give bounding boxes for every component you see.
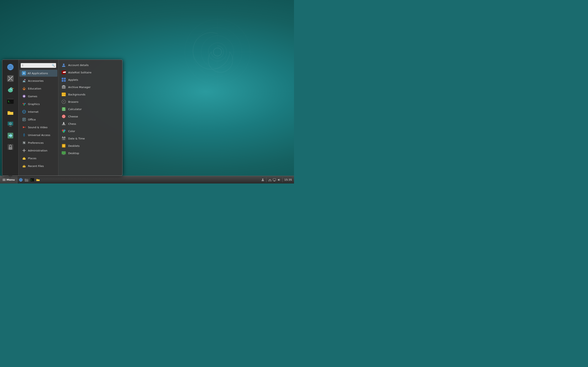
svg-rect-118	[62, 151, 66, 154]
desktop-icon	[61, 151, 66, 156]
category-games[interactable]: Games	[19, 92, 57, 100]
debian-swirl-decoration	[182, 16, 253, 88]
app-cheese-label: Cheese	[68, 115, 78, 118]
svg-rect-26	[9, 126, 12, 127]
sidebar-globe-icon[interactable]	[5, 62, 16, 72]
aisleriot-icon: ♠ ♥	[61, 70, 66, 75]
taskbar: Menu $_	[0, 176, 294, 184]
svg-point-90	[63, 101, 64, 102]
svg-rect-139	[274, 181, 275, 181]
volume-icon	[277, 178, 281, 182]
svg-text:$_: $_	[8, 100, 11, 103]
desklets-icon	[61, 143, 66, 148]
user-icon	[261, 178, 264, 182]
app-date-time[interactable]: 15 Date & Time	[58, 135, 122, 142]
app-cheese[interactable]: Cheese	[58, 113, 122, 120]
svg-point-38	[24, 79, 26, 80]
taskbar-clock: 15:35	[285, 178, 292, 181]
svg-point-132	[262, 179, 263, 180]
app-chess-label: Chess	[68, 122, 76, 125]
recent-files-icon	[22, 164, 26, 168]
sidebar-terminal-icon[interactable]: $_	[5, 96, 16, 107]
menu-button-icon	[2, 178, 6, 182]
color-icon	[61, 129, 66, 133]
category-preferences[interactable]: Preferences	[19, 139, 57, 146]
accessories-icon	[22, 78, 26, 83]
taskbar-globe-icon[interactable]	[18, 177, 24, 183]
svg-rect-140	[274, 181, 275, 181]
svg-rect-81	[63, 85, 65, 86]
taskbar-terminal-icon[interactable]: $_	[30, 177, 35, 183]
category-accessories[interactable]: Accessories	[19, 77, 57, 84]
svg-point-72	[63, 64, 65, 65]
svg-point-46	[23, 103, 24, 104]
chess-icon	[61, 121, 66, 126]
app-brasero[interactable]: Brasero	[58, 98, 122, 105]
app-archive-manager[interactable]: Archive Manager	[58, 83, 122, 91]
svg-rect-119	[63, 154, 65, 155]
app-desktop[interactable]: Desktop	[58, 150, 122, 157]
svg-rect-40	[23, 89, 25, 90]
sidebar-folder-icon[interactable]	[5, 108, 16, 118]
category-sound-video[interactable]: Sound & Video	[19, 124, 57, 131]
svg-line-61	[24, 136, 25, 136]
category-internet[interactable]: Internet	[19, 108, 57, 115]
category-all-applications[interactable]: All Applications	[19, 70, 57, 77]
category-office-label: Office	[28, 118, 36, 121]
svg-text:♥: ♥	[64, 71, 66, 74]
app-desktop-label: Desktop	[68, 152, 79, 155]
office-icon	[22, 117, 26, 122]
taskbar-quick-launch: $_	[17, 177, 42, 183]
category-universal-access-label: Universal Access	[28, 133, 50, 137]
svg-rect-110	[62, 137, 66, 138]
svg-rect-83	[63, 87, 64, 87]
svg-rect-95	[65, 109, 65, 110]
sidebar-bird-icon[interactable]	[5, 85, 16, 95]
search-input[interactable]	[21, 63, 56, 68]
app-account-details[interactable]: Account details	[58, 61, 122, 69]
app-calculator[interactable]: Calculator	[58, 105, 122, 113]
svg-point-33	[10, 148, 11, 149]
category-office[interactable]: Office	[19, 116, 57, 123]
taskbar-file-manager-icon[interactable]	[24, 177, 29, 183]
sidebar-tools-icon[interactable]	[5, 73, 16, 84]
category-universal-access[interactable]: Universal Access	[19, 131, 57, 139]
taskbar-folder-icon[interactable]	[35, 177, 41, 183]
preferences-icon	[22, 141, 26, 145]
app-desklets[interactable]: Desklets	[58, 142, 122, 150]
category-games-label: Games	[28, 95, 37, 98]
date-time-icon: 15	[61, 136, 66, 141]
tray-separator-2	[282, 177, 283, 182]
app-applets-label: Applets	[68, 78, 78, 81]
sidebar-monitor-icon[interactable]: ⏻	[5, 119, 16, 129]
places-icon	[22, 156, 26, 160]
menu-sidebar: $_ ⏻	[2, 60, 18, 175]
sidebar-exit-icon[interactable]	[5, 130, 16, 141]
category-recent-files[interactable]: Recent Files	[19, 162, 57, 170]
svg-rect-94	[63, 109, 64, 110]
taskbar-system-tray: 15:35	[261, 177, 294, 182]
svg-rect-102	[62, 124, 66, 125]
category-recent-files-label: Recent Files	[28, 165, 44, 167]
app-aisleriot[interactable]: ♠ ♥ AisleRiot Solitaire	[58, 69, 122, 76]
category-administration[interactable]: Administration	[19, 147, 57, 154]
app-backgrounds[interactable]: Backgrounds	[58, 91, 122, 98]
sound-video-icon	[22, 125, 26, 129]
category-education[interactable]: Education	[19, 85, 57, 92]
category-places[interactable]: Places	[19, 155, 57, 162]
svg-point-101	[63, 116, 64, 117]
svg-marker-56	[23, 126, 25, 128]
svg-rect-96	[62, 110, 63, 111]
category-graphics[interactable]: Graphics	[19, 100, 57, 108]
app-applets[interactable]: Applets	[58, 76, 122, 83]
svg-line-137	[270, 179, 270, 180]
administration-icon	[22, 148, 26, 153]
category-education-label: Education	[28, 87, 41, 90]
svg-point-19	[11, 88, 12, 89]
app-color[interactable]: Color	[58, 127, 122, 135]
sidebar-lock-icon[interactable]	[5, 142, 16, 152]
svg-rect-44	[23, 96, 25, 97]
all-apps-icon	[22, 71, 26, 75]
network-icon	[268, 178, 272, 182]
app-chess[interactable]: Chess	[58, 120, 122, 127]
